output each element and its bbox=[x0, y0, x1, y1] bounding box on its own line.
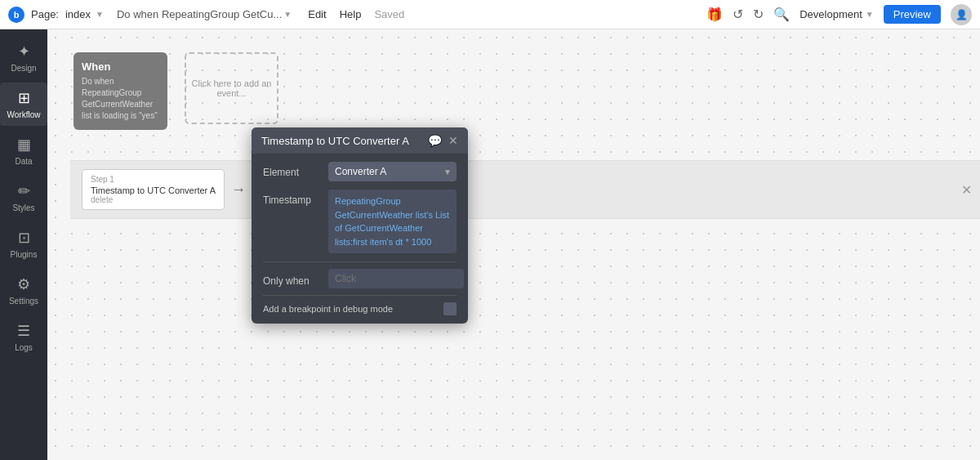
help-button[interactable]: Help bbox=[340, 8, 362, 20]
topbar-right: 🎁 ↺ ↻ 🔍 Development ▼ Preview 👤 bbox=[706, 4, 972, 25]
sidebar-item-plugins[interactable]: ⊡ Plugins bbox=[0, 222, 47, 266]
workflow-arrow-icon[interactable]: ▼ bbox=[283, 10, 292, 19]
step-name: Timestamp to UTC Converter A bbox=[91, 185, 216, 195]
modal-only-when-input[interactable] bbox=[328, 269, 464, 288]
page-selector[interactable]: Page: index ▼ bbox=[31, 8, 104, 20]
step-label: Step 1 bbox=[91, 175, 216, 184]
modal-element-select-wrapper: Converter A ▼ bbox=[328, 162, 457, 181]
modal-breakpoint-checkbox[interactable] bbox=[443, 302, 457, 315]
modal-timestamp-value: RepeatingGroup GetCurrentWeather list's … bbox=[335, 196, 449, 247]
env-selector[interactable]: Development ▼ bbox=[800, 8, 874, 20]
topbar: b Page: index ▼ Do when RepeatingGroup G… bbox=[0, 0, 980, 29]
main-layout: ✦ Design ⊞ Workflow ▦ Data ✏ Styles ⊡ Pl… bbox=[0, 29, 980, 460]
avatar[interactable]: 👤 bbox=[951, 4, 972, 25]
preview-button[interactable]: Preview bbox=[884, 5, 941, 24]
when-title: When bbox=[82, 60, 159, 73]
step-arrow-icon: → bbox=[231, 181, 246, 199]
content-area: When Do when RepeatingGroup GetCurrentWe… bbox=[47, 29, 980, 460]
modal-header-icons: 💬 ✕ bbox=[428, 134, 458, 147]
step-block[interactable]: Step 1 Timestamp to UTC Converter A dele… bbox=[82, 169, 225, 210]
app-logo: b bbox=[8, 7, 24, 23]
workflow-canvas: When Do when RepeatingGroup GetCurrentWe… bbox=[47, 29, 980, 460]
sidebar-label-settings: Settings bbox=[9, 297, 38, 306]
step-row-close-icon[interactable]: ✕ bbox=[961, 182, 972, 198]
modal-timestamp-label: Timestamp bbox=[263, 190, 320, 206]
when-body: Do when RepeatingGroup GetCurrentWeather… bbox=[82, 76, 159, 122]
step-row: Step 1 Timestamp to UTC Converter A dele… bbox=[70, 160, 980, 219]
modal-header: Timestamp to UTC Converter A 💬 ✕ bbox=[252, 127, 468, 154]
modal-title: Timestamp to UTC Converter A bbox=[261, 135, 409, 147]
sidebar-label-workflow: Workflow bbox=[7, 110, 41, 119]
modal-body: Element Converter A ▼ Timestamp Repeatin… bbox=[252, 154, 468, 261]
modal-only-when-row: Only when bbox=[263, 269, 457, 288]
gift-icon[interactable]: 🎁 bbox=[706, 7, 723, 22]
sidebar-label-logs: Logs bbox=[15, 343, 33, 352]
when-block[interactable]: When Do when RepeatingGroup GetCurrentWe… bbox=[74, 52, 167, 130]
undo-icon[interactable]: ↺ bbox=[733, 7, 743, 22]
data-icon: ▦ bbox=[17, 136, 31, 154]
sidebar-item-workflow[interactable]: ⊞ Workflow bbox=[0, 83, 47, 126]
sidebar: ✦ Design ⊞ Workflow ▦ Data ✏ Styles ⊡ Pl… bbox=[0, 29, 47, 460]
sidebar-item-styles[interactable]: ✏ Styles bbox=[0, 176, 47, 219]
modal-close-icon[interactable]: ✕ bbox=[448, 134, 458, 147]
sidebar-item-logs[interactable]: ☰ Logs bbox=[0, 315, 47, 359]
add-event-block[interactable]: Click here to add an event... bbox=[185, 52, 278, 124]
sidebar-label-styles: Styles bbox=[12, 203, 34, 212]
modal-dialog: Timestamp to UTC Converter A 💬 ✕ Element… bbox=[252, 127, 468, 324]
page-label: Page: bbox=[31, 8, 59, 20]
sidebar-item-settings[interactable]: ⚙ Settings bbox=[0, 269, 47, 312]
modal-element-label: Element bbox=[263, 162, 320, 178]
add-event-label: Click here to add an event... bbox=[186, 78, 277, 98]
page-name: index bbox=[65, 8, 91, 20]
modal-breakpoint-label: Add a breakpoint in debug mode bbox=[263, 304, 437, 314]
settings-icon: ⚙ bbox=[17, 275, 30, 293]
search-icon[interactable]: 🔍 bbox=[773, 7, 790, 22]
sidebar-label-design: Design bbox=[11, 64, 36, 73]
page-arrow-icon[interactable]: ▼ bbox=[96, 10, 104, 19]
modal-element-select[interactable]: Converter A bbox=[328, 162, 457, 181]
topbar-nav: Edit Help Saved bbox=[308, 8, 404, 20]
modal-element-row: Element Converter A ▼ bbox=[263, 162, 457, 181]
styles-icon: ✏ bbox=[18, 182, 30, 200]
logs-icon: ☰ bbox=[17, 322, 30, 340]
modal-comment-icon[interactable]: 💬 bbox=[428, 134, 442, 147]
workflow-icon: ⊞ bbox=[18, 89, 30, 107]
modal-timestamp-value-box[interactable]: RepeatingGroup GetCurrentWeather list's … bbox=[328, 190, 457, 253]
modal-only-when-section: Only when bbox=[252, 262, 468, 295]
env-arrow-icon[interactable]: ▼ bbox=[866, 10, 874, 19]
modal-timestamp-row: Timestamp RepeatingGroup GetCurrentWeath… bbox=[263, 190, 457, 253]
edit-button[interactable]: Edit bbox=[308, 8, 326, 20]
design-icon: ✦ bbox=[18, 42, 30, 60]
plugins-icon: ⊡ bbox=[18, 229, 30, 247]
redo-icon[interactable]: ↻ bbox=[753, 7, 764, 22]
sidebar-label-data: Data bbox=[15, 157, 32, 166]
avatar-icon: 👤 bbox=[956, 9, 968, 20]
saved-status: Saved bbox=[374, 8, 404, 20]
workflow-label: Do when RepeatingGroup GetCu... bbox=[117, 8, 282, 20]
sidebar-label-plugins: Plugins bbox=[11, 250, 38, 259]
modal-only-when-label: Only when bbox=[263, 270, 320, 287]
sidebar-item-data[interactable]: ▦ Data bbox=[0, 129, 47, 172]
workflow-selector[interactable]: Do when RepeatingGroup GetCu... ▼ bbox=[117, 8, 292, 20]
step-delete-button[interactable]: delete bbox=[91, 195, 216, 204]
sidebar-item-design[interactable]: ✦ Design bbox=[0, 36, 47, 79]
modal-footer: Add a breakpoint in debug mode bbox=[252, 296, 468, 324]
env-label: Development bbox=[800, 8, 862, 20]
